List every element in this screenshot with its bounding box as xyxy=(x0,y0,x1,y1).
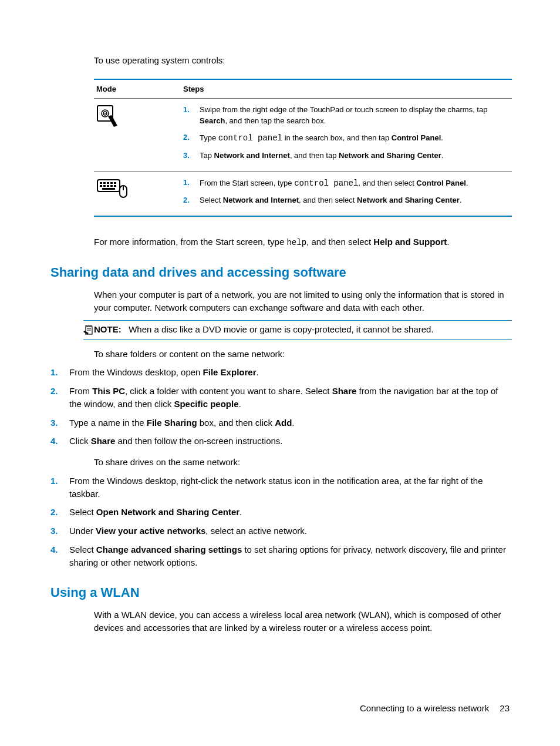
manual-page: To use operating system controls: Mode S… xyxy=(50,54,512,640)
list-item: From the Windows desktop, open File Expl… xyxy=(69,366,512,379)
list-item: Select Open Network and Sharing Center. xyxy=(69,506,512,519)
table-row: 1. From the Start screen, type control p… xyxy=(94,172,512,216)
step-text: Select Network and Internet, and then se… xyxy=(200,195,512,206)
svg-rect-5 xyxy=(100,182,102,184)
svg-rect-10 xyxy=(100,185,102,187)
table-row: 1. Swipe from the right edge of the Touc… xyxy=(94,99,512,171)
page-number: 23 xyxy=(500,703,510,713)
svg-rect-15 xyxy=(102,188,115,190)
note-label: NOTE: xyxy=(94,324,122,334)
share-intro: To share folders or content on the same … xyxy=(94,348,512,361)
step-number: 2. xyxy=(50,506,69,519)
svg-rect-7 xyxy=(107,182,109,184)
step-text: Swipe from the right edge of the TouchPa… xyxy=(200,105,512,127)
step-number: 3. xyxy=(50,416,69,429)
step-number: 1. xyxy=(183,177,200,189)
svg-rect-8 xyxy=(110,182,113,184)
footer-title: Connecting to a wireless network xyxy=(360,703,489,713)
list-item: From This PC, click a folder with conten… xyxy=(69,385,512,411)
svg-rect-13 xyxy=(110,185,113,187)
mode-steps-table: Mode Steps 1. Swipe from the right edge … xyxy=(94,79,512,217)
share-folders-list: 1. From the Windows desktop, open File E… xyxy=(50,366,512,448)
table-header-row: Mode Steps xyxy=(94,80,512,98)
step-number: 3. xyxy=(50,525,69,537)
list-item: Under View your active networks, select … xyxy=(69,525,512,537)
step-number: 4. xyxy=(50,543,69,569)
more-info-text: For more information, from the Start scr… xyxy=(94,236,512,248)
wlan-paragraph: With a WLAN device, you can access a wir… xyxy=(94,609,512,634)
list-item: Type a name in the File Sharing box, and… xyxy=(69,416,512,429)
svg-rect-6 xyxy=(103,182,106,184)
step-number: 1. xyxy=(50,366,69,379)
note-callout: NOTE: When a disc like a DVD movie or ga… xyxy=(83,320,512,340)
page-footer: Connecting to a wireless network 23 xyxy=(360,703,510,713)
heading-sharing: Sharing data and drives and accessing so… xyxy=(50,265,512,280)
share-drives-list: 1. From the Windows desktop, right-click… xyxy=(50,475,512,569)
step-number: 1. xyxy=(183,105,200,127)
step-text: Tap Network and Internet, and then tap N… xyxy=(200,150,512,162)
svg-rect-11 xyxy=(103,185,106,187)
keyboard-mouse-icon xyxy=(94,177,183,212)
touch-icon xyxy=(94,105,183,167)
list-item: Select Change advanced sharing settings … xyxy=(69,543,512,569)
note-text: When a disc like a DVD movie or game is … xyxy=(129,324,433,334)
list-item: From the Windows desktop, right-click th… xyxy=(69,475,512,500)
heading-wlan: Using a WLAN xyxy=(50,585,512,600)
note-icon xyxy=(83,325,94,335)
svg-point-3 xyxy=(104,113,106,114)
header-mode: Mode xyxy=(94,85,183,93)
step-number: 4. xyxy=(50,435,69,448)
step-text: From the Start screen, type control pane… xyxy=(200,177,512,189)
step-number: 1. xyxy=(50,475,69,500)
step-number: 3. xyxy=(183,150,200,162)
header-steps: Steps xyxy=(183,85,512,93)
svg-rect-14 xyxy=(114,185,116,187)
step-number: 2. xyxy=(183,132,200,144)
svg-rect-12 xyxy=(107,185,109,187)
list-item: Click Share and then follow the on-scree… xyxy=(69,435,512,448)
svg-rect-9 xyxy=(114,182,116,184)
step-text: Type control panel in the search box, an… xyxy=(200,132,512,144)
intro-text: To use operating system controls: xyxy=(94,54,512,67)
step-number: 2. xyxy=(50,385,69,411)
step-number: 2. xyxy=(183,195,200,206)
sharing-paragraph: When your computer is part of a network,… xyxy=(94,288,512,314)
drives-intro: To share drives on the same network: xyxy=(94,456,512,469)
